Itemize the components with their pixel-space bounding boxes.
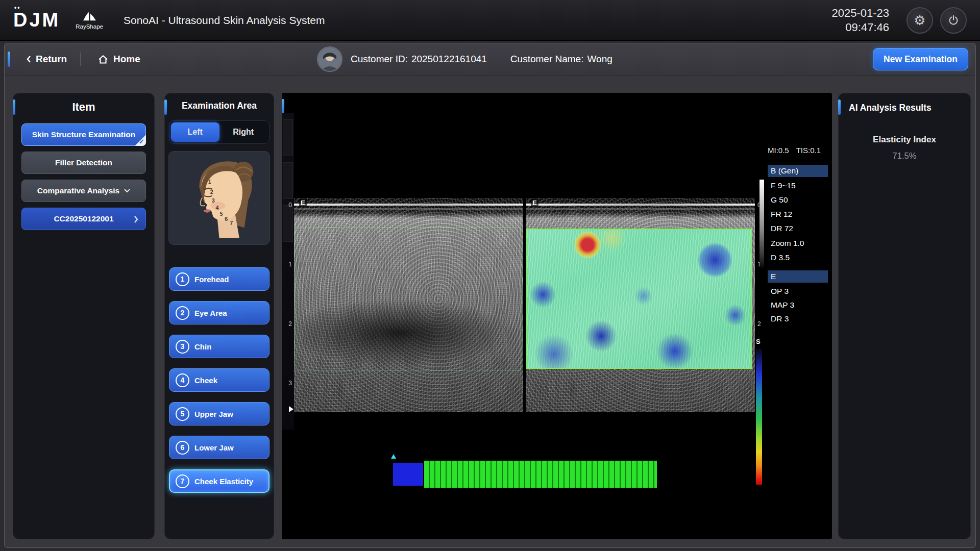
power-icon xyxy=(947,14,960,27)
exam-accent-notch xyxy=(164,99,167,115)
param-depth: D 3.5 xyxy=(768,252,828,264)
region-label: Chin xyxy=(194,342,211,351)
depth-mark: 2 xyxy=(288,320,292,328)
datetime-display: 2025-01-23 09:47:46 xyxy=(831,6,889,34)
region-label: Upper Jaw xyxy=(194,410,233,418)
region-cheek-elasticity-button[interactable]: 7 Cheek Elasticity xyxy=(169,469,270,493)
home-label: Home xyxy=(113,54,140,65)
param-opacity: OP 3 xyxy=(768,285,828,297)
customer-id: Customer ID:20250122161041 xyxy=(351,54,487,65)
exam-panel-title: Examination Area xyxy=(165,101,274,111)
depth-mark: 1 xyxy=(288,261,292,268)
region-label: Cheek xyxy=(194,376,217,385)
svg-text:6: 6 xyxy=(225,216,228,222)
elastography-image: E xyxy=(526,198,755,412)
param-e-mode: E xyxy=(768,270,828,283)
return-button[interactable]: Return xyxy=(23,43,70,75)
customer-id-value: 20250122161041 xyxy=(411,54,487,64)
frame-marker-left xyxy=(289,406,293,412)
depth-mark: 3 xyxy=(288,380,292,387)
gear-icon: ⚙ xyxy=(914,14,925,27)
side-toggle: Left Right xyxy=(169,120,270,144)
elasto-color-scale xyxy=(756,349,762,485)
item-filler-detection-button[interactable]: Filler Detection xyxy=(21,152,146,174)
side-toggle-left[interactable]: Left xyxy=(171,122,219,142)
region-number: 5 xyxy=(176,407,189,421)
rayshape-label: RayShape xyxy=(76,23,103,30)
power-button[interactable] xyxy=(940,7,967,34)
item-skin-structure-label: Skin Structure Examination xyxy=(32,130,135,139)
param-zoom: Zoom 1.0 xyxy=(768,237,828,249)
item-skin-structure-button[interactable]: Skin Structure Examination ✓ xyxy=(21,123,146,146)
home-icon xyxy=(97,54,109,64)
ai-results-panel: AI Analysis Results Elasticity Index 71.… xyxy=(838,93,971,539)
content-frame: Return Home xyxy=(4,43,976,548)
customer-name: Customer Name:Wong xyxy=(510,54,612,65)
elastogram-overlay xyxy=(526,229,752,369)
depth-mark: 2 xyxy=(757,320,761,328)
region-button-list: 1 Forehead 2 Eye Area 3 Chin 4 Cheek 5 xyxy=(169,267,270,493)
svg-text:4: 4 xyxy=(216,205,219,211)
region-number: 6 xyxy=(176,441,189,455)
cine-playhead-icon xyxy=(391,454,396,459)
check-icon: ✓ xyxy=(139,138,144,145)
acoustic-output-readout: MI:0.5 TIS:0.1 xyxy=(768,146,821,155)
customer-id-label: Customer ID: xyxy=(351,54,408,64)
item-filler-detection-label: Filler Detection xyxy=(55,158,112,167)
region-forehead-button[interactable]: 1 Forehead xyxy=(169,267,270,291)
region-chin-button[interactable]: 3 Chin xyxy=(169,335,270,358)
rayshape-sail-icon xyxy=(81,11,97,22)
param-frame-rate: FR 12 xyxy=(768,208,828,220)
new-examination-button[interactable]: New Examination xyxy=(873,48,968,70)
region-number: 1 xyxy=(176,272,189,286)
customer-name-value: Wong xyxy=(587,54,612,64)
region-lower-jaw-button[interactable]: 6 Lower Jaw xyxy=(169,436,270,459)
region-label: Eye Area xyxy=(194,309,227,317)
item-exam-record-label: CC20250122001 xyxy=(54,214,113,223)
cine-buffer-block[interactable] xyxy=(393,463,423,486)
customer-name-label: Customer Name: xyxy=(510,54,584,64)
chevron-right-icon xyxy=(134,215,138,226)
app-root: DJM RayShape SonoAI - Ultrasound Skin An… xyxy=(0,0,980,551)
region-cheek-button[interactable]: 4 Cheek xyxy=(169,368,270,392)
avatar-photo xyxy=(318,47,341,71)
region-eye-area-button[interactable]: 2 Eye Area xyxy=(169,301,270,324)
examination-area-panel: Examination Area Left Right xyxy=(164,93,274,539)
param-b-mode: B (Gen) xyxy=(768,165,828,177)
depth-ruler-left: 0 1 2 3 xyxy=(283,198,293,412)
ai-panel-title: AI Analysis Results xyxy=(839,103,970,113)
chevron-down-icon xyxy=(124,189,130,193)
svg-text:5: 5 xyxy=(219,211,223,217)
item-panel: Item Skin Structure Examination ✓ Filler… xyxy=(13,93,155,539)
region-label: Forehead xyxy=(194,275,229,284)
home-button[interactable]: Home xyxy=(94,43,143,75)
face-profile-image: 1 2 3 4 5 6 7 xyxy=(169,152,270,244)
settings-button[interactable]: ⚙ xyxy=(906,7,933,34)
app-title: SonoAI - Ultrasound Skin Analysis System xyxy=(124,14,325,27)
item-exam-record-button[interactable]: CC20250122001 xyxy=(21,208,146,230)
thumbnail[interactable] xyxy=(283,119,293,156)
param-map: MAP 3 xyxy=(768,299,828,311)
bmode-image: E xyxy=(294,198,523,412)
depth-mark: 0 xyxy=(288,202,292,209)
return-label: Return xyxy=(36,54,67,65)
region-upper-jaw-button[interactable]: 5 Upper Jaw xyxy=(169,402,270,425)
nav-divider xyxy=(80,53,81,66)
svg-text:3: 3 xyxy=(212,197,215,204)
item-comparative-analysis-button[interactable]: Comparative Analysis xyxy=(21,180,146,202)
item-accent-notch xyxy=(13,99,15,115)
dermis-echo-line xyxy=(526,208,755,210)
thumbnail[interactable] xyxy=(283,162,293,199)
cine-loop-bar[interactable] xyxy=(424,461,657,488)
svg-text:2: 2 xyxy=(210,189,213,195)
item-button-list: Skin Structure Examination ✓ Filler Dete… xyxy=(21,123,146,230)
time-display: 09:47:46 xyxy=(831,20,889,35)
skin-echo-line xyxy=(294,204,523,206)
param-gain: G 50 xyxy=(768,194,828,206)
avatar xyxy=(317,46,342,72)
customer-info: Customer ID:20250122161041 Customer Name… xyxy=(317,43,612,75)
region-number: 3 xyxy=(176,340,189,354)
side-toggle-right[interactable]: Right xyxy=(219,122,268,142)
region-label: Cheek Elasticity xyxy=(194,477,253,486)
elasto-scale-label: S xyxy=(756,338,761,345)
